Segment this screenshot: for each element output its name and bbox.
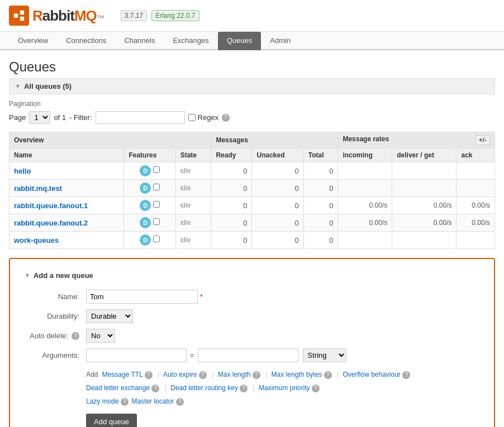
- col-unacked: Unacked: [252, 148, 303, 162]
- message-rates-section-th: Message rates +/-: [338, 132, 495, 148]
- nav-item-queues[interactable]: Queues: [218, 32, 261, 50]
- regex-checkbox[interactable]: [188, 114, 196, 121]
- queue-name-link[interactable]: rabbit.queue.fanout.1: [14, 201, 88, 210]
- feature-badge-d: D: [140, 183, 151, 194]
- table-row: rabbit.mq.test D idle 0 0 0: [9, 180, 495, 197]
- lazy-mode-help-icon[interactable]: ?: [121, 398, 129, 406]
- logo-wordmark: RabbitMQ™: [32, 7, 104, 25]
- nav-item-overview[interactable]: Overview: [9, 32, 57, 50]
- col-total: Total: [303, 148, 338, 162]
- table-row: work-queues D idle 0 0 0: [9, 232, 495, 249]
- main-nav: Overview Connections Channels Exchanges …: [0, 32, 504, 50]
- quick-link-max-length-bytes[interactable]: Max length bytes: [272, 371, 322, 378]
- auto-expire-help-icon[interactable]: ?: [199, 371, 207, 379]
- durability-select[interactable]: Durable Transient: [86, 309, 133, 323]
- row-features: D: [124, 162, 175, 180]
- max-length-bytes-help-icon[interactable]: ?: [324, 371, 332, 379]
- svg-rect-2: [20, 17, 24, 21]
- row-name: work-queues: [9, 232, 124, 249]
- master-locator-help-icon[interactable]: ?: [176, 398, 184, 406]
- quick-link-master-locator[interactable]: Master locator: [131, 397, 174, 405]
- message-ttl-help-icon[interactable]: ?: [145, 371, 153, 379]
- args-value-input[interactable]: [198, 348, 298, 362]
- args-key-input[interactable]: [86, 348, 187, 362]
- page-select[interactable]: 1: [29, 111, 50, 124]
- feature-checkbox[interactable]: [153, 166, 160, 173]
- quick-link-lazy-mode[interactable]: Lazy mode: [86, 397, 119, 405]
- dead-letter-routing-key-help-icon[interactable]: ?: [240, 385, 248, 392]
- quick-link-message-ttl[interactable]: Message TTL: [102, 371, 143, 378]
- logo-icon: [9, 6, 29, 26]
- row-ready: 0: [211, 232, 252, 249]
- all-queues-section-header[interactable]: ▼ All queues (5): [9, 78, 495, 94]
- feature-badge-d: D: [140, 200, 151, 211]
- collapse-arrow: ▼: [15, 83, 21, 89]
- row-total: 0: [303, 232, 338, 249]
- arguments-row: Arguments: = String Number Boolean: [19, 348, 485, 362]
- main-content: Queues ▼ All queues (5) Pagination Page …: [0, 50, 504, 427]
- total-pages: of 1: [54, 113, 66, 122]
- queue-name-link[interactable]: rabbit.mq.test: [14, 184, 62, 193]
- row-unacked: 0: [252, 214, 303, 232]
- quick-link-dead-letter-routing-key[interactable]: Dead letter routing key: [170, 384, 238, 392]
- feature-checkbox[interactable]: [153, 184, 160, 190]
- row-features: D: [124, 180, 175, 197]
- feature-badge-d: D: [140, 165, 151, 176]
- logo: RabbitMQ™: [9, 6, 104, 26]
- col-ack: ack: [457, 148, 495, 162]
- row-total: 0: [303, 197, 338, 214]
- row-state: idle: [175, 162, 211, 180]
- row-deliver-get: [392, 232, 457, 249]
- row-state: idle: [175, 214, 211, 232]
- row-deliver-get: 0.00/s: [392, 197, 457, 214]
- arguments-label: Arguments:: [19, 351, 86, 359]
- row-features: D: [124, 197, 175, 214]
- auto-delete-help-icon[interactable]: ?: [72, 332, 79, 340]
- max-length-help-icon[interactable]: ?: [253, 371, 260, 379]
- feature-checkbox[interactable]: [153, 218, 160, 225]
- name-input[interactable]: [86, 290, 198, 304]
- nav-item-channels[interactable]: Channels: [115, 32, 164, 50]
- args-eq: =: [190, 351, 194, 359]
- queue-name-link[interactable]: work-queues: [14, 236, 59, 244]
- queue-name-link[interactable]: hello: [14, 167, 31, 175]
- quick-link-maximum-priority[interactable]: Maximum priority: [259, 384, 310, 392]
- nav-item-exchanges[interactable]: Exchanges: [164, 32, 217, 50]
- quick-link-dead-letter-exchange[interactable]: Dead letter exchange: [86, 384, 150, 392]
- messages-section-th: Messages: [211, 132, 338, 148]
- overflow-behaviour-help-icon[interactable]: ?: [402, 371, 410, 379]
- auto-delete-select[interactable]: No Yes: [86, 329, 115, 343]
- feature-checkbox[interactable]: [153, 236, 160, 242]
- quick-link-max-length[interactable]: Max length: [218, 371, 251, 378]
- row-deliver-get: 0.00/s: [392, 214, 457, 232]
- row-ready: 0: [211, 214, 252, 232]
- page-label: Page: [9, 113, 26, 122]
- col-ready: Ready: [211, 148, 252, 162]
- maximum-priority-help-icon[interactable]: ?: [312, 385, 320, 392]
- row-total: 0: [303, 162, 338, 180]
- quick-link-auto-expire[interactable]: Auto expire: [163, 371, 197, 378]
- row-ack: 0.00/s: [457, 214, 495, 232]
- dead-letter-exchange-help-icon[interactable]: ?: [151, 385, 159, 392]
- row-features: D: [124, 232, 175, 249]
- args-type-select[interactable]: String Number Boolean: [303, 348, 346, 362]
- regex-help-icon[interactable]: ?: [222, 114, 230, 122]
- plus-minus-button[interactable]: +/-: [476, 135, 490, 145]
- quick-link-overflow-behaviour[interactable]: Overflow behaviour: [343, 371, 400, 378]
- feature-badge-d: D: [140, 234, 151, 246]
- col-features: Features: [124, 148, 175, 162]
- all-queues-label: All queues (5): [24, 82, 72, 90]
- col-state: State: [175, 148, 211, 162]
- nav-item-connections[interactable]: Connections: [57, 32, 115, 50]
- pagination-controls: Page 1 of 1 - Filter: Regex ?: [9, 111, 495, 124]
- auto-delete-label: Auto delete: ?: [19, 332, 86, 340]
- nav-item-admin[interactable]: Admin: [261, 32, 299, 50]
- feature-checkbox[interactable]: [153, 201, 160, 208]
- filter-input[interactable]: [96, 111, 185, 124]
- add-queue-section: ▼ Add a new queue Name: * Durability: Du…: [9, 258, 495, 427]
- add-queue-header[interactable]: ▼ Add a new queue: [19, 268, 485, 283]
- version-badge: 3.7.17: [121, 10, 147, 21]
- add-queue-button[interactable]: Add queue: [86, 414, 137, 427]
- queue-name-link[interactable]: rabbit.queue.fanout.2: [14, 219, 88, 227]
- required-asterisk: *: [200, 292, 203, 301]
